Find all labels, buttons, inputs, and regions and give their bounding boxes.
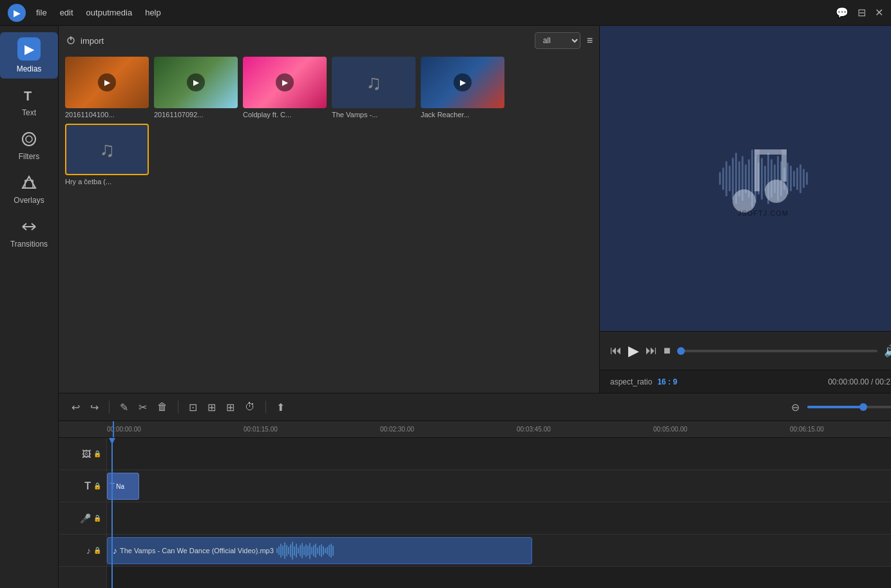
sidebar-item-transitions[interactable]: Transitions [0, 213, 58, 254]
main-layout: ▶ Medias T Text Filters Overlays [0, 26, 891, 588]
play-overlay-icon: ▶ [98, 73, 116, 91]
audio-clip-label: The Vamps - Can We Dance (Official Video… [120, 547, 274, 555]
media-filename: Jack Reacher... [421, 111, 504, 119]
text-track[interactable]: T Na [107, 470, 891, 502]
ruler-mark: 00:05:00.00 [653, 426, 790, 433]
delete-button[interactable]: 🗑 [155, 399, 170, 415]
sidebar-label-medias: Medias [17, 64, 42, 73]
timer-button[interactable]: ⏱ [242, 399, 258, 415]
volume-button[interactable]: 🔊 [884, 344, 891, 358]
media-item[interactable]: ♫ Hry a četba (... [65, 124, 149, 185]
close-icon[interactable]: ✕ [875, 6, 883, 19]
sidebar-label-filters: Filters [19, 152, 40, 161]
sidebar-label-transitions: Transitions [10, 240, 48, 249]
filters-icon [20, 130, 38, 148]
step-forward-button[interactable]: ⏭ [646, 344, 657, 357]
media-thumbnail: ▶ [65, 57, 149, 108]
import-icon [65, 35, 77, 46]
playhead-indicator [113, 421, 114, 437]
track-label-text: T 🔒 [59, 470, 106, 502]
preview-controls: ⏮ ▶ ⏭ ■ 🔊 ⛶ [600, 331, 891, 370]
sidebar-item-filters[interactable]: Filters [0, 125, 58, 166]
zoom-knob[interactable] [859, 403, 867, 411]
titlebar: ▶ file edit outputmedia help 💬 ⊟ ✕ [0, 0, 891, 26]
music-note-icon: ♫ [366, 71, 381, 95]
media-item[interactable]: ▶ 20161104100... [65, 57, 149, 119]
zoom-fill [807, 406, 861, 408]
export-button[interactable]: ⬆ [274, 399, 287, 416]
media-thumbnail: ▶ [421, 57, 504, 108]
track-label-audio-bg: ♪ 🔒 [59, 535, 106, 567]
edit-button[interactable]: ✎ [117, 399, 131, 416]
timeline-content: 🖼 🔒 T 🔒 🎤 🔒 ♪ 🔒 [59, 438, 891, 588]
play-button[interactable]: ▶ [628, 343, 639, 359]
svg-point-2 [26, 136, 32, 142]
lock-icon: 🔒 [93, 515, 101, 522]
cut-button[interactable]: ✂ [136, 399, 149, 416]
sidebar-item-medias[interactable]: ▶ Medias [0, 32, 58, 79]
mic-track-icon: 🎤 [80, 513, 91, 524]
menu-file[interactable]: file [36, 8, 47, 17]
step-back-button[interactable]: ⏮ [610, 344, 622, 357]
progress-knob[interactable] [677, 347, 685, 355]
media-thumbnail: ♫ [332, 57, 416, 108]
media-item[interactable]: ▶ 20161107092... [154, 57, 238, 119]
zoom-out-button[interactable]: ⊖ [789, 399, 802, 416]
menu-help[interactable]: help [145, 8, 161, 17]
media-item[interactable]: ▶ Coldplay ft. C... [243, 57, 327, 119]
stop-button[interactable]: ■ [664, 344, 671, 357]
audio-bg-track[interactable]: ♪ The Vamps - Can We Dance (Official Vid… [107, 535, 891, 567]
aspect-ratio-value: 16 : 9 [657, 377, 677, 386]
zoom-slider[interactable] [807, 406, 891, 408]
titlebar-controls: 💬 ⊟ ✕ [836, 6, 883, 19]
text-clip-label: Na [116, 483, 124, 490]
aspect-ratio-label: aspect_ratio [610, 377, 652, 386]
sidebar-item-text[interactable]: T Text [0, 81, 58, 122]
time-display: 00:00:00.00 / 00:27:07.23 [828, 377, 891, 386]
menu-edit[interactable]: edit [60, 8, 73, 17]
preview-music-icon [722, 137, 805, 220]
preview-screen: JSOFTJ.COM [600, 26, 891, 331]
svg-point-12 [765, 180, 788, 203]
media-filename: The Vamps -... [332, 111, 416, 119]
progress-bar[interactable] [677, 350, 877, 352]
preview-panel: JSOFTJ.COM ⏮ ▶ ⏭ ■ 🔊 ⛶ as [600, 26, 891, 393]
video-track[interactable] [107, 438, 891, 470]
grid-button[interactable]: ⊞ [224, 399, 237, 416]
time-separator: / [871, 377, 876, 386]
import-button[interactable]: import [65, 35, 104, 46]
overlays-icon [20, 174, 38, 192]
divider [109, 401, 110, 413]
svg-point-1 [23, 133, 35, 146]
divider [178, 401, 178, 413]
menu-outputmedia[interactable]: outputmedia [86, 8, 133, 17]
timeline-toolbar: ↩ ↪ ✎ ✂ 🗑 ⊡ ⊞ ⊞ ⏱ ⬆ ⊖ ⊕ [59, 393, 891, 421]
ruler-mark: 00:03:45.00 [517, 426, 653, 433]
undo-button[interactable]: ↩ [69, 399, 82, 416]
filter-dropdown[interactable]: all video audio image [535, 32, 580, 49]
sidebar-item-overlays[interactable]: Overlays [0, 169, 58, 210]
music-note-icon: ♫ [99, 138, 115, 162]
media-item[interactable]: ▶ Jack Reacher... [421, 57, 504, 119]
sidebar: ▶ Medias T Text Filters Overlays [0, 26, 59, 588]
media-item[interactable]: ♫ The Vamps -... [332, 57, 416, 119]
timeline-tracks: T Na ♪ The Vamps - Can We Dance (Officia… [107, 438, 891, 588]
ruler-mark: 00:06:15.00 [790, 426, 891, 433]
crop-button[interactable]: ⊡ [186, 399, 200, 416]
minimize-icon[interactable]: ⊟ [857, 6, 866, 19]
chat-icon[interactable]: 💬 [836, 6, 848, 19]
lock-icon: 🔒 [93, 450, 101, 457]
audio-main-track[interactable] [107, 502, 891, 535]
timeline-section: ↩ ↪ ✎ ✂ 🗑 ⊡ ⊞ ⊞ ⏱ ⬆ ⊖ ⊕ [59, 393, 891, 588]
video-track-icon: 🖼 [82, 449, 91, 459]
split-button[interactable]: ⊞ [205, 399, 218, 416]
list-view-button[interactable]: ≡ [587, 35, 593, 46]
media-filename: 20161104100... [65, 111, 149, 119]
redo-button[interactable]: ↪ [88, 399, 101, 416]
media-filename: Hry a četba (... [65, 178, 149, 185]
audio-clip[interactable]: ♪ The Vamps - Can We Dance (Official Vid… [107, 537, 532, 564]
lock-icon: 🔒 [93, 482, 101, 489]
ruler-mark: 00:02:30.00 [380, 426, 517, 433]
transitions-icon [20, 218, 38, 236]
svg-marker-3 [23, 176, 35, 188]
